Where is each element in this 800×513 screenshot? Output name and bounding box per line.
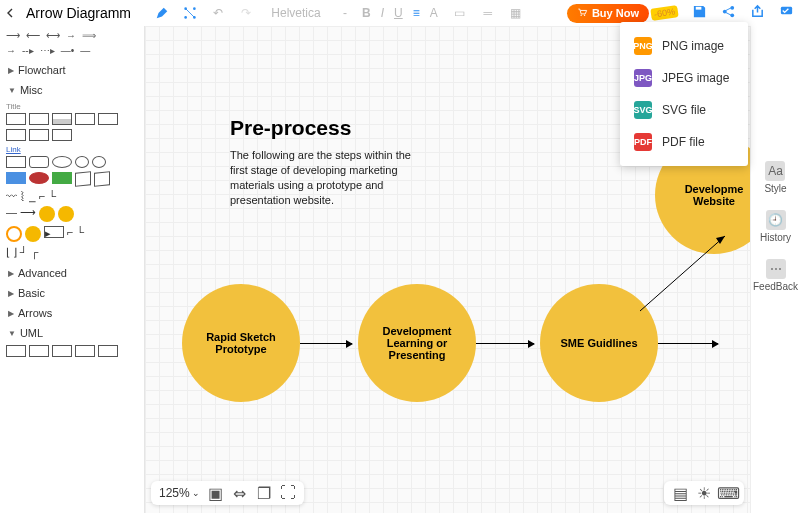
- shape-line[interactable]: —: [6, 206, 17, 222]
- shape-filled-ellipse[interactable]: [29, 172, 49, 184]
- arrow-preset[interactable]: —•: [61, 45, 75, 56]
- shape-filled-rect[interactable]: [6, 172, 26, 184]
- export-jpeg[interactable]: JPG JPEG image: [620, 62, 748, 94]
- shape-circle[interactable]: [92, 156, 106, 168]
- save-icon[interactable]: [692, 4, 707, 23]
- shape-corner[interactable]: ┌: [31, 246, 39, 259]
- shape-rect[interactable]: [6, 113, 26, 125]
- shape-rect[interactable]: [75, 113, 95, 125]
- arrow-preset[interactable]: ⟵: [26, 30, 40, 41]
- shape-grid[interactable]: [6, 129, 26, 141]
- arrow-preset[interactable]: ⟷: [46, 30, 60, 41]
- shape-uml-class[interactable]: [98, 345, 118, 357]
- minimap-icon[interactable]: ▤: [672, 485, 688, 501]
- shape-uml-class[interactable]: [52, 345, 72, 357]
- shape-circle[interactable]: [75, 156, 89, 168]
- shape-uml-class[interactable]: [29, 345, 49, 357]
- shape-bracket[interactable]: ⌋: [13, 246, 17, 259]
- history-panel-button[interactable]: 🕘 History: [760, 210, 791, 243]
- category-uml[interactable]: ▼UML: [6, 323, 138, 343]
- layers-icon[interactable]: ❐: [256, 485, 272, 501]
- shape-grid[interactable]: [29, 129, 49, 141]
- gear-icon[interactable]: [58, 206, 74, 222]
- pen-icon[interactable]: [154, 5, 170, 21]
- shape-cylinder[interactable]: [94, 171, 110, 187]
- shape-rect[interactable]: [29, 113, 49, 125]
- category-arrows[interactable]: ▶Arrows: [6, 303, 138, 323]
- back-button[interactable]: [6, 6, 20, 20]
- shape-grid[interactable]: [52, 129, 72, 141]
- export-pdf[interactable]: PDF PDF file: [620, 126, 748, 158]
- brightness-icon[interactable]: ☀: [696, 485, 712, 501]
- diagram-description[interactable]: The following are the steps within the f…: [230, 148, 420, 207]
- arrow-preset[interactable]: ⋯▸: [40, 45, 55, 56]
- presentation-icon[interactable]: [779, 4, 794, 23]
- style-panel-button[interactable]: Aa Style: [764, 161, 786, 194]
- underline-button[interactable]: U: [394, 6, 403, 20]
- gear-icon[interactable]: [6, 226, 22, 242]
- fit-page-icon[interactable]: ▣: [208, 485, 224, 501]
- feedback-panel-button[interactable]: ⋯ FeedBack: [753, 259, 798, 292]
- document-title[interactable]: Arrow Diagramm: [26, 5, 136, 21]
- zoom-select[interactable]: 125%⌄: [159, 486, 200, 500]
- arrow-preset[interactable]: ⟹: [82, 30, 96, 41]
- category-flowchart[interactable]: ▶Flowchart: [6, 60, 138, 80]
- buy-now-button[interactable]: Buy Now: [567, 4, 649, 23]
- undo-icon[interactable]: ↶: [210, 5, 226, 21]
- connector-arrow[interactable]: [476, 343, 534, 344]
- snap-icon[interactable]: [182, 5, 198, 21]
- shape-corner[interactable]: ┘: [20, 246, 28, 259]
- align-icon[interactable]: ≡: [413, 6, 420, 20]
- diagram-heading[interactable]: Pre-process: [230, 116, 351, 140]
- gear-icon[interactable]: [39, 206, 55, 222]
- arrow-preset[interactable]: →: [66, 30, 76, 41]
- category-misc[interactable]: ▼Misc: [6, 80, 138, 100]
- node-development-learning[interactable]: Development Learning or Presenting: [358, 284, 476, 402]
- shape-arrow[interactable]: ⟶: [20, 206, 36, 222]
- shape-corner[interactable]: ⌐: [67, 226, 73, 242]
- fullscreen-icon[interactable]: ⛶: [280, 485, 296, 501]
- text-color-icon[interactable]: A: [430, 6, 438, 20]
- fit-width-icon[interactable]: ⇔: [232, 485, 248, 501]
- category-basic[interactable]: ▶Basic: [6, 283, 138, 303]
- shape-rounded[interactable]: [29, 156, 49, 168]
- shape-uml-class[interactable]: [6, 345, 26, 357]
- shape-corner[interactable]: └: [76, 226, 84, 242]
- arrow-preset[interactable]: —: [80, 45, 90, 56]
- export-png[interactable]: PNG PNG image: [620, 30, 748, 62]
- shape-filled-rhombus[interactable]: [52, 172, 72, 184]
- italic-button[interactable]: I: [381, 6, 384, 20]
- export-icon[interactable]: [750, 4, 765, 23]
- shape-play[interactable]: ▸: [44, 226, 64, 238]
- shape-rect[interactable]: [6, 156, 26, 168]
- shape-step[interactable]: └: [48, 190, 56, 202]
- connector-arrow[interactable]: [300, 343, 352, 344]
- redo-icon[interactable]: ↷: [238, 5, 254, 21]
- shape-step[interactable]: ⌐: [39, 190, 45, 202]
- shape-rect[interactable]: [98, 113, 118, 125]
- shape-cube[interactable]: [75, 171, 91, 187]
- export-svg[interactable]: SVG SVG file: [620, 94, 748, 126]
- connector-arrow-diagonal[interactable]: [640, 226, 740, 316]
- shape-ellipse[interactable]: [52, 156, 72, 168]
- arrow-preset[interactable]: ⟶: [6, 30, 20, 41]
- arrow-preset[interactable]: --▸: [22, 45, 34, 56]
- fill-color-icon[interactable]: ▭: [452, 5, 468, 21]
- shape-line[interactable]: ⎯: [29, 190, 36, 202]
- keyboard-icon[interactable]: ⌨: [720, 485, 736, 501]
- table-icon[interactable]: ▦: [508, 5, 524, 21]
- shape-uml-class[interactable]: [75, 345, 95, 357]
- connector-arrow[interactable]: [658, 343, 718, 344]
- node-rapid-sketch[interactable]: Rapid Sketch Prototype: [182, 284, 300, 402]
- shape-bracket[interactable]: ⌊: [6, 246, 10, 259]
- bold-button[interactable]: B: [362, 6, 371, 20]
- arrow-preset[interactable]: →: [6, 45, 16, 56]
- shape-zigzag[interactable]: 〰: [6, 190, 17, 202]
- gear-icon[interactable]: [25, 226, 41, 242]
- share-icon[interactable]: [721, 4, 736, 23]
- border-style-icon[interactable]: ═: [480, 5, 496, 21]
- font-size-select[interactable]: -: [338, 5, 352, 21]
- shape-table[interactable]: [52, 113, 72, 125]
- category-advanced[interactable]: ▶Advanced: [6, 263, 138, 283]
- font-family-select[interactable]: Helvetica: [266, 5, 326, 21]
